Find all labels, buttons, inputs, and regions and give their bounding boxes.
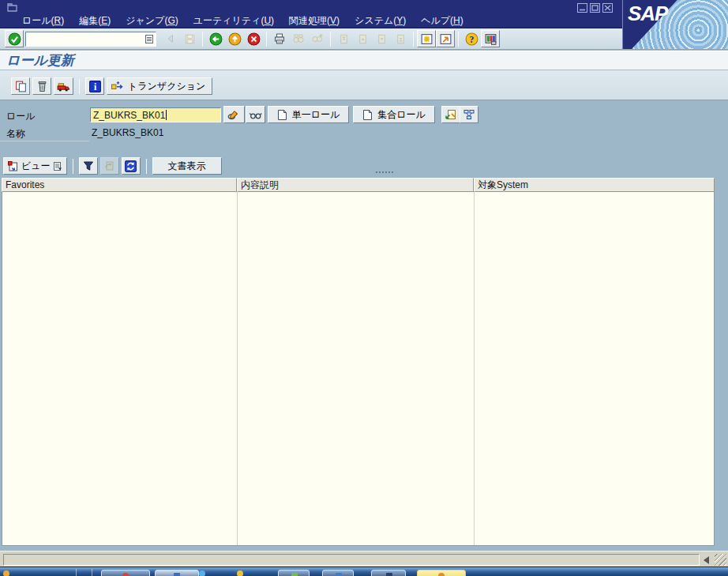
- application-toolbar: i トランザクション: [0, 70, 728, 100]
- delete-icon[interactable]: [32, 77, 51, 95]
- column-header-favorites[interactable]: Favorites: [2, 178, 237, 192]
- save-icon: [180, 30, 199, 47]
- back-icon[interactable]: [206, 30, 225, 47]
- new-session-icon[interactable]: [417, 30, 436, 47]
- menu-bar: ロール(R) 編集(E) ジャンプ(G) ユーティリティ(U) 関連処理(V) …: [0, 14, 728, 28]
- resize-grip[interactable]: [715, 554, 726, 566]
- taskbar-app-button[interactable]: [278, 570, 310, 576]
- menu-system[interactable]: システム(Y): [355, 14, 406, 28]
- transport-icon[interactable]: [54, 77, 73, 95]
- name-value: Z_BUKRS_BK01: [92, 127, 163, 138]
- compare-icon: [100, 157, 119, 175]
- sap-logo-text: SAP: [628, 2, 667, 26]
- column-divider: [474, 192, 475, 545]
- column-header-description[interactable]: 内容説明: [237, 178, 474, 192]
- maximize-icon[interactable]: [590, 3, 600, 13]
- command-field[interactable]: [25, 32, 156, 47]
- command-input[interactable]: [26, 33, 137, 45]
- print-icon[interactable]: [270, 30, 289, 47]
- table-body[interactable]: [2, 192, 715, 546]
- enter-icon[interactable]: [5, 30, 24, 47]
- text-caret: [166, 110, 167, 120]
- transaction-button[interactable]: トランザクション: [107, 77, 212, 95]
- status-collapse-icon[interactable]: [704, 556, 709, 564]
- svg-text:?: ?: [469, 34, 474, 44]
- display-icon[interactable]: [246, 106, 265, 123]
- document-display-button[interactable]: 文書表示: [152, 157, 222, 175]
- composite-role-button[interactable]: 集合ロール: [353, 106, 435, 123]
- menu-help[interactable]: ヘルプ(H): [421, 14, 463, 28]
- copy-role-icon[interactable]: [441, 106, 460, 123]
- column-divider: [237, 192, 238, 545]
- column-header-target-system[interactable]: 対象System: [474, 178, 715, 192]
- command-history-icon[interactable]: [144, 34, 154, 44]
- last-page-icon: [391, 30, 410, 47]
- menu-role[interactable]: ロール(R): [22, 14, 64, 28]
- view-menu-button[interactable]: ビュー: [3, 157, 67, 175]
- taskbar-app-button[interactable]: [371, 570, 406, 576]
- role-input[interactable]: Z_BUKRS_BK01: [90, 107, 221, 122]
- standard-toolbar: ?: [0, 28, 622, 50]
- system-menu-icon[interactable]: [6, 2, 18, 13]
- divider: [622, 49, 728, 50]
- taskbar-app-button[interactable]: [322, 570, 354, 576]
- divider: [0, 140, 89, 141]
- find-icon: [289, 30, 308, 47]
- create-document-icon: [362, 109, 373, 121]
- previous-page-icon: [353, 30, 372, 47]
- navigate-left-icon: [161, 30, 180, 47]
- first-page-icon: [334, 30, 353, 47]
- taskbar-app-button[interactable]: [101, 570, 150, 576]
- taskbar-app-icon[interactable]: [3, 570, 9, 576]
- taskbar-app-icon[interactable]: [199, 570, 205, 576]
- info-icon[interactable]: i: [85, 77, 104, 95]
- taskbar-app-button[interactable]: [155, 570, 199, 576]
- exit-icon[interactable]: [225, 30, 244, 47]
- filter-icon[interactable]: [79, 157, 98, 175]
- menu-goto[interactable]: ジャンプ(G): [126, 14, 178, 28]
- customize-layout-icon[interactable]: [481, 30, 500, 47]
- display-change-icon[interactable]: [223, 106, 245, 123]
- taskbar-app-icon[interactable]: [237, 570, 243, 576]
- find-next-icon: [308, 30, 327, 47]
- status-message: [3, 554, 700, 566]
- sap-logo: SAP: [622, 0, 728, 49]
- menu-dropdown-icon: [53, 161, 63, 171]
- table-header-row: Favorites 内容説明 対象System: [2, 178, 715, 192]
- windows-taskbar: [0, 567, 728, 576]
- horizontal-splitter-handle[interactable]: [376, 171, 393, 174]
- refresh-icon[interactable]: [122, 157, 141, 175]
- single-role-button[interactable]: 単一ロール: [268, 106, 349, 123]
- next-page-icon: [372, 30, 391, 47]
- create-shortcut-icon[interactable]: [436, 30, 455, 47]
- view-icon: [7, 160, 19, 172]
- menu-edit[interactable]: 編集(E): [79, 14, 111, 28]
- distribution-icon[interactable]: [460, 106, 478, 123]
- menu-environment[interactable]: 関連処理(V): [289, 14, 340, 28]
- copy-icon[interactable]: [11, 77, 30, 95]
- status-bar: [0, 551, 728, 567]
- screen-title-bar: ロール更新: [0, 51, 728, 70]
- cancel-icon[interactable]: [244, 30, 263, 47]
- menu-utilities[interactable]: ユーティリティ(U): [193, 14, 274, 28]
- transaction-icon: [111, 81, 125, 92]
- close-icon[interactable]: [602, 3, 613, 13]
- minimize-icon[interactable]: [577, 3, 587, 13]
- help-icon[interactable]: ?: [462, 30, 481, 47]
- create-document-icon: [277, 109, 287, 121]
- role-label: ロール: [6, 110, 36, 123]
- view-toolbar: ビュー 文書表示: [3, 157, 222, 175]
- name-label: 名称: [6, 127, 25, 141]
- taskbar-app-button[interactable]: [417, 570, 466, 576]
- window-titlebar: [0, 0, 728, 14]
- page-title: ロール更新: [6, 51, 74, 70]
